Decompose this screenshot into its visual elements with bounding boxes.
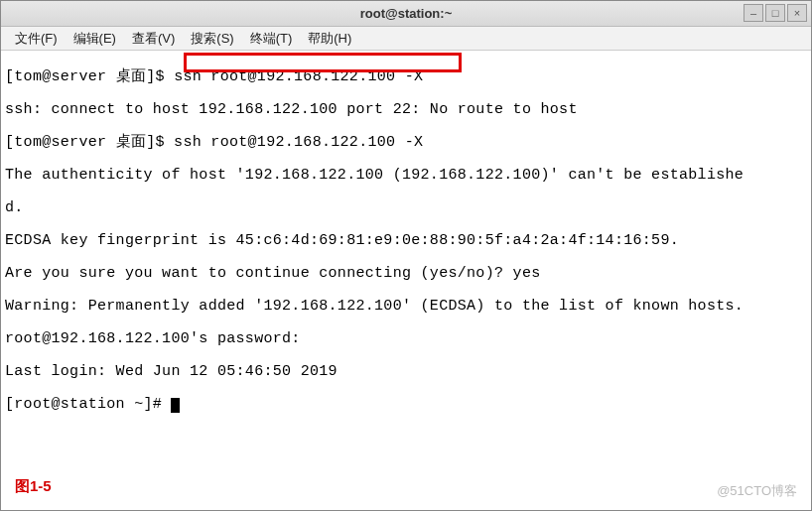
authenticity-line-2: d. — [5, 200, 807, 217]
prompt-1: [tom@server 桌面]$ — [5, 68, 174, 85]
warning-line: Warning: Permanently added '192.168.122.… — [5, 299, 807, 316]
menu-search[interactable]: 搜索(S) — [183, 30, 241, 48]
window-title: root@station:~ — [360, 6, 452, 21]
cursor-icon — [171, 398, 180, 413]
menu-file[interactable]: 文件(F) — [7, 30, 66, 48]
menu-view[interactable]: 查看(V) — [124, 30, 183, 48]
confirm-prompt: Are you sure you want to continue connec… — [5, 266, 807, 283]
fingerprint-line: ECDSA key fingerprint is 45:c6:4d:69:81:… — [5, 233, 807, 250]
root-prompt: [root@station ~]# — [5, 396, 171, 413]
close-button[interactable]: × — [787, 4, 807, 22]
ssh-command-1: ssh root@192.168.122.100 -X — [174, 68, 423, 85]
figure-caption: 图1-5 — [15, 477, 52, 496]
menu-terminal[interactable]: 终端(T) — [242, 30, 301, 48]
window-controls: – □ × — [744, 4, 807, 22]
authenticity-line-1: The authenticity of host '192.168.122.10… — [5, 168, 807, 185]
menu-help[interactable]: 帮助(H) — [300, 30, 359, 48]
window-titlebar: root@station:~ – □ × — [1, 1, 811, 27]
terminal-content[interactable]: [tom@server 桌面]$ ssh root@192.168.122.10… — [1, 51, 811, 432]
watermark: @51CTO博客 — [717, 482, 797, 500]
minimize-button[interactable]: – — [744, 4, 763, 22]
error-no-route: ssh: connect to host 192.168.122.100 por… — [5, 102, 807, 119]
maximize-button[interactable]: □ — [765, 4, 785, 22]
ssh-command-2: [tom@server 桌面]$ ssh root@192.168.122.10… — [5, 135, 807, 152]
menu-edit[interactable]: 编辑(E) — [66, 30, 124, 48]
menubar: 文件(F) 编辑(E) 查看(V) 搜索(S) 终端(T) 帮助(H) — [1, 27, 811, 51]
last-login: Last login: Wed Jun 12 05:46:50 2019 — [5, 364, 807, 381]
password-prompt: root@192.168.122.100's password: — [5, 331, 807, 348]
